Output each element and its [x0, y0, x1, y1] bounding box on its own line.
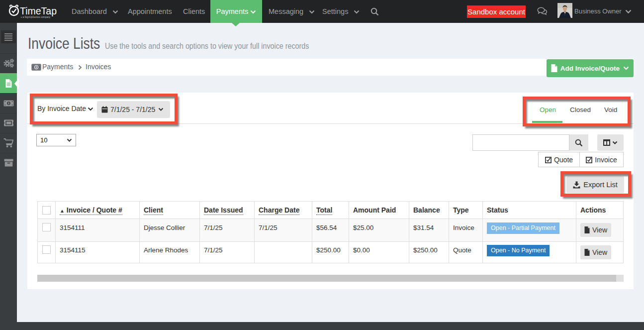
svg-text:» a SignUpGenius company: » a SignUpGenius company — [21, 16, 51, 18]
svg-text:TimeTap: TimeTap — [20, 5, 57, 16]
